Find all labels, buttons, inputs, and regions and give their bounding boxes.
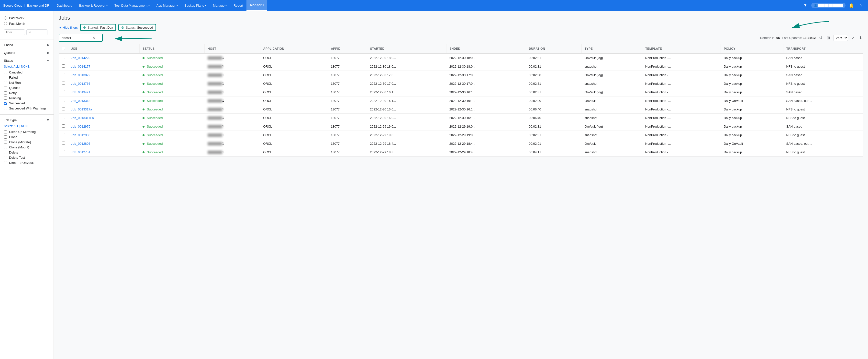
- row-checkbox[interactable]: [62, 82, 65, 85]
- row-checkbox[interactable]: [62, 64, 65, 67]
- row-job[interactable]: Job_0013317La: [68, 114, 140, 122]
- row-checkbox-cell[interactable]: [59, 96, 68, 105]
- jobtype-clone[interactable]: Clone: [4, 134, 50, 140]
- row-checkbox-cell[interactable]: [59, 131, 68, 139]
- status-succeeded-warnings[interactable]: Succeeded With Warnings: [4, 106, 50, 111]
- nav-item-backup-recover[interactable]: Backup & Recover ▾: [76, 0, 111, 11]
- col-policy[interactable]: POLICY: [721, 44, 783, 54]
- row-checkbox[interactable]: [62, 133, 65, 136]
- row-checkbox[interactable]: [62, 107, 65, 110]
- help-icon[interactable]: ?: [857, 1, 865, 9]
- row-checkbox-cell[interactable]: [59, 122, 68, 131]
- col-duration[interactable]: DURATION: [526, 44, 582, 54]
- col-checkbox[interactable]: [59, 44, 68, 54]
- row-checkbox-cell[interactable]: [59, 53, 68, 62]
- row-job[interactable]: Job_0012805: [68, 139, 140, 148]
- row-checkbox[interactable]: [62, 116, 65, 119]
- nav-item-backup-plans[interactable]: Backup Plans ▾: [181, 0, 210, 11]
- row-job[interactable]: Job_0012751: [68, 148, 140, 157]
- row-duration: 00:02:31: [526, 79, 582, 88]
- select-all-checkbox[interactable]: [62, 47, 65, 50]
- row-checkbox[interactable]: [62, 90, 65, 93]
- row-checkbox-cell[interactable]: [59, 62, 68, 71]
- row-job[interactable]: Job_0013318: [68, 96, 140, 105]
- status-failed[interactable]: Failed: [4, 75, 50, 80]
- row-checkbox-cell[interactable]: [59, 114, 68, 122]
- nav-item-report[interactable]: Report: [230, 0, 246, 11]
- row-checkbox[interactable]: [62, 99, 65, 102]
- jobtype-clone-mount[interactable]: Clone (Mount): [4, 145, 50, 150]
- row-checkbox-cell[interactable]: [59, 79, 68, 88]
- row-checkbox-cell[interactable]: [59, 148, 68, 157]
- row-policy: Daily backup: [721, 114, 783, 122]
- col-template[interactable]: TEMPLATE: [642, 44, 721, 54]
- row-job[interactable]: Job_0014177: [68, 62, 140, 71]
- nav-item-test-data[interactable]: Test Data Management ▾: [111, 0, 153, 11]
- sidebar-section-job-type[interactable]: Job Type ▼: [0, 116, 54, 124]
- job-type-select-all-none[interactable]: Select: ALL | NONE: [0, 124, 54, 129]
- radio-past-week[interactable]: Past Week: [4, 15, 50, 21]
- refresh-icon[interactable]: ↺: [818, 34, 823, 41]
- sidebar-section-status[interactable]: Status ▼: [0, 57, 54, 64]
- row-checkbox-cell[interactable]: [59, 105, 68, 114]
- row-checkbox[interactable]: [62, 150, 65, 153]
- jobtype-delete-test[interactable]: Delete Test: [4, 155, 50, 160]
- user-account[interactable]: 👤 ████████████: [811, 3, 845, 8]
- col-job[interactable]: JOB: [68, 44, 140, 54]
- page-size-select[interactable]: 25 ▾ 10 50 100: [833, 35, 848, 41]
- date-to-input[interactable]: [26, 29, 48, 35]
- row-started: 2022-12-30 16:0...: [367, 105, 446, 114]
- row-job[interactable]: Job_0013421: [68, 88, 140, 96]
- brand-product: Backup and DR: [27, 4, 50, 7]
- col-ended[interactable]: ENDED: [446, 44, 526, 54]
- col-transport[interactable]: TRANSPORT: [783, 44, 863, 54]
- sidebar-section-ended[interactable]: Ended ▶: [0, 41, 54, 49]
- col-started[interactable]: STARTED: [367, 44, 446, 54]
- status-not-run[interactable]: Not Run: [4, 80, 50, 85]
- nav-item-dashboard[interactable]: Dashboard: [53, 0, 76, 11]
- status-retry[interactable]: Retry: [4, 90, 50, 95]
- row-job[interactable]: Job_0012975: [68, 122, 140, 131]
- status-canceled[interactable]: Canceled: [4, 70, 50, 75]
- notifications-icon[interactable]: 🔔: [847, 1, 855, 9]
- filter-icon[interactable]: ▼: [802, 1, 809, 9]
- row-job[interactable]: Job_0013317a: [68, 105, 140, 114]
- row-checkbox-cell[interactable]: [59, 71, 68, 79]
- status-succeeded[interactable]: Succeeded: [4, 101, 50, 106]
- search-clear-icon[interactable]: ✕: [92, 36, 95, 40]
- nav-item-app-manager[interactable]: App Manager ▾: [153, 0, 181, 11]
- row-checkbox-cell[interactable]: [59, 139, 68, 148]
- col-host[interactable]: HOST: [205, 44, 260, 54]
- row-checkbox[interactable]: [62, 73, 65, 76]
- row-job[interactable]: Job_0014220: [68, 53, 140, 62]
- hide-filters-button[interactable]: ◄ Hide filters: [59, 26, 78, 29]
- download-icon[interactable]: ⬇: [858, 34, 863, 41]
- sidebar-section-queued[interactable]: Queued ▶: [0, 49, 54, 57]
- row-checkbox[interactable]: [62, 56, 65, 59]
- row-checkbox[interactable]: [62, 142, 65, 145]
- jobtype-delete[interactable]: Delete: [4, 150, 50, 155]
- row-checkbox-cell[interactable]: [59, 88, 68, 96]
- jobtype-clean-up-mirroring[interactable]: Clean Up Mirroring: [4, 129, 50, 134]
- jobtype-clone-migrate[interactable]: Clone (Migrate): [4, 140, 50, 145]
- row-application: ORCL: [260, 96, 328, 105]
- radio-past-month[interactable]: Past Month: [4, 21, 50, 26]
- nav-item-manage[interactable]: Manage ▾: [210, 0, 230, 11]
- status-queued[interactable]: Queued: [4, 85, 50, 90]
- col-application[interactable]: APPLICATION: [260, 44, 328, 54]
- row-checkbox[interactable]: [62, 125, 65, 128]
- status-running[interactable]: Running: [4, 95, 50, 101]
- fullscreen-icon[interactable]: ⤢: [850, 34, 856, 41]
- col-status[interactable]: STATUS: [140, 44, 205, 54]
- status-select-all-none[interactable]: Select: ALL | NONE: [0, 64, 54, 70]
- col-appid[interactable]: APPID: [328, 44, 367, 54]
- col-type[interactable]: TYPE: [582, 44, 642, 54]
- row-job[interactable]: Job_0013822: [68, 71, 140, 79]
- jobtype-direct-to-onvault[interactable]: Direct To OnVault: [4, 160, 50, 165]
- columns-icon[interactable]: ⊞: [826, 34, 831, 41]
- date-from-input[interactable]: [4, 29, 25, 35]
- search-input[interactable]: [62, 36, 91, 40]
- nav-item-monitor[interactable]: Monitor ▾: [246, 0, 267, 11]
- row-job[interactable]: Job_0013766: [68, 79, 140, 88]
- row-job[interactable]: Job_0012930: [68, 131, 140, 139]
